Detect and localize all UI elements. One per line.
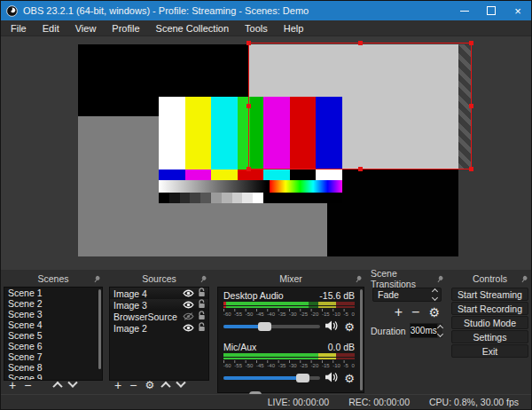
channel-gear-button[interactable]: ⚙	[344, 373, 355, 384]
source-row[interactable]: Image 3	[110, 299, 208, 311]
speaker-icon[interactable]	[325, 370, 339, 386]
unlock-icon[interactable]	[198, 288, 206, 299]
move-source-down-button[interactable]	[176, 378, 185, 388]
settings-button[interactable]: Settings	[451, 330, 528, 343]
titlebar[interactable]: OBS 23.2.1 (64-bit, windows) - Profile: …	[1, 1, 531, 20]
volume-slider[interactable]	[223, 325, 320, 328]
source-row[interactable]: BrowserSource	[110, 311, 208, 322]
scene-item[interactable]: Scene 3	[4, 309, 102, 319]
combo-spinner[interactable]	[429, 288, 441, 301]
transition-properties-gear-button[interactable]: ⚙	[428, 307, 440, 318]
minimize-button[interactable]	[451, 1, 478, 20]
mixer-panel: Mixer Desktop Audio -15.6 dB -60-55-50-4…	[216, 272, 365, 393]
selection-handle-top-center[interactable]	[358, 41, 363, 45]
scale-tick-label: -10	[332, 311, 340, 317]
scale-tick-label: -60	[223, 363, 231, 368]
selection-handle-top-right[interactable]	[469, 41, 473, 45]
pin-icon[interactable]	[352, 273, 364, 286]
eye-slash-icon[interactable]	[183, 311, 194, 322]
pin-icon[interactable]	[518, 273, 529, 286]
source-selection-box[interactable]	[248, 43, 472, 170]
menu-view[interactable]: View	[67, 23, 105, 34]
sources-title: Sources	[142, 273, 176, 284]
transition-selected-value: Fade	[373, 289, 429, 300]
obs-window: OBS 23.2.1 (64-bit, windows) - Profile: …	[0, 0, 532, 410]
menu-tools[interactable]: Tools	[237, 23, 276, 34]
exit-button[interactable]: Exit	[451, 344, 528, 358]
move-scene-down-button[interactable]	[68, 378, 78, 388]
menu-edit[interactable]: Edit	[35, 23, 67, 34]
selection-handle-bottom-left[interactable]	[246, 167, 251, 171]
live-time: LIVE: 00:00:00	[268, 397, 329, 407]
volume-slider-knob[interactable]	[258, 322, 271, 331]
remove-scene-button[interactable]: −	[24, 379, 31, 391]
menu-file[interactable]: File	[3, 23, 35, 34]
menu-profile[interactable]: Profile	[104, 23, 147, 34]
menu-scene-collection[interactable]: Scene Collection	[148, 23, 238, 34]
add-scene-button[interactable]: +	[9, 379, 16, 391]
selection-handle-bottom-right[interactable]	[469, 167, 473, 171]
start-streaming-button[interactable]: Start Streaming	[451, 288, 528, 301]
preview-canvas[interactable]	[78, 44, 458, 256]
eye-icon[interactable]	[183, 300, 194, 311]
menubar: File Edit View Profile Scene Collection …	[1, 20, 531, 36]
scene-item[interactable]: Scene 6	[4, 341, 102, 351]
sources-panel: Sources Image 4	[108, 272, 210, 393]
scenes-list[interactable]: Scene 1 Scene 2 Scene 3 Scene 4 Scene 5 …	[4, 287, 103, 381]
selection-handle-mid-left[interactable]	[246, 104, 251, 108]
selection-handle-top-left[interactable]	[246, 41, 251, 45]
mixer-scrollbar[interactable]	[360, 289, 363, 390]
source-name: Image 2	[113, 323, 183, 334]
scene-item[interactable]: Scene 2	[4, 298, 102, 309]
remove-source-button[interactable]: −	[129, 379, 137, 391]
start-recording-button[interactable]: Start Recording	[451, 302, 528, 315]
channel-gear-button[interactable]: ⚙	[344, 321, 355, 333]
sources-header[interactable]: Sources	[108, 272, 210, 285]
remove-transition-button[interactable]: −	[411, 306, 419, 319]
pin-icon[interactable]	[90, 273, 102, 286]
selection-handle-mid-right[interactable]	[469, 104, 473, 108]
studio-mode-button[interactable]: Studio Mode	[451, 316, 528, 329]
source-row[interactable]: Image 2	[110, 322, 208, 334]
add-source-button[interactable]: +	[114, 379, 121, 391]
scene-item[interactable]: Scene 1	[4, 288, 102, 298]
duration-input[interactable]: 300ms	[410, 323, 438, 338]
menu-help[interactable]: Help	[276, 23, 312, 34]
close-button[interactable]: ×	[505, 1, 531, 20]
mixer-channel-mic-aux: Mic/Aux 0.0 dB -60-55-50-45-40-35-30-25-…	[218, 339, 364, 385]
scale-tick-label: -30	[289, 311, 297, 317]
transition-select[interactable]: Fade	[372, 288, 442, 302]
source-row[interactable]: Image 4	[110, 288, 208, 299]
pin-icon[interactable]	[197, 273, 208, 286]
mixer-header[interactable]: Mixer	[216, 272, 365, 285]
scene-item[interactable]: Scene 7	[4, 351, 102, 362]
add-transition-button[interactable]: +	[395, 306, 403, 319]
volume-slider-knob[interactable]	[296, 374, 309, 382]
unlock-icon[interactable]	[198, 322, 206, 334]
scene-item[interactable]: Scene 4	[4, 319, 102, 330]
source-properties-gear-button[interactable]: ⚙	[145, 380, 154, 390]
move-scene-up-button[interactable]	[53, 382, 63, 391]
scene-transitions-header[interactable]: Scene Transitions	[371, 272, 443, 285]
scenes-scrollbar[interactable]	[98, 289, 101, 369]
scale-tick-label: -45	[256, 363, 264, 368]
volume-meter	[223, 302, 355, 305]
duration-spinner[interactable]	[438, 323, 442, 338]
scene-item[interactable]: Scene 5	[4, 330, 102, 341]
eye-icon[interactable]	[183, 323, 194, 334]
scale-tick-label: -20	[311, 363, 319, 368]
volume-slider[interactable]	[223, 376, 320, 380]
sources-list[interactable]: Image 4 Image 3	[109, 287, 209, 381]
move-source-up-button[interactable]	[160, 382, 170, 391]
scenes-header[interactable]: Scenes	[3, 272, 104, 285]
unlock-icon[interactable]	[198, 299, 206, 311]
selection-handle-bottom-center[interactable]	[358, 167, 363, 171]
unlock-icon[interactable]	[198, 311, 206, 322]
scale-tick-label: -15	[322, 311, 330, 317]
scene-item[interactable]: Scene 8	[4, 362, 102, 373]
speaker-icon[interactable]	[325, 319, 339, 335]
controls-header[interactable]: Controls	[449, 272, 531, 285]
eye-icon[interactable]	[183, 288, 194, 299]
maximize-button[interactable]	[478, 1, 505, 20]
scene-transitions-title: Scene Transitions	[371, 268, 443, 289]
